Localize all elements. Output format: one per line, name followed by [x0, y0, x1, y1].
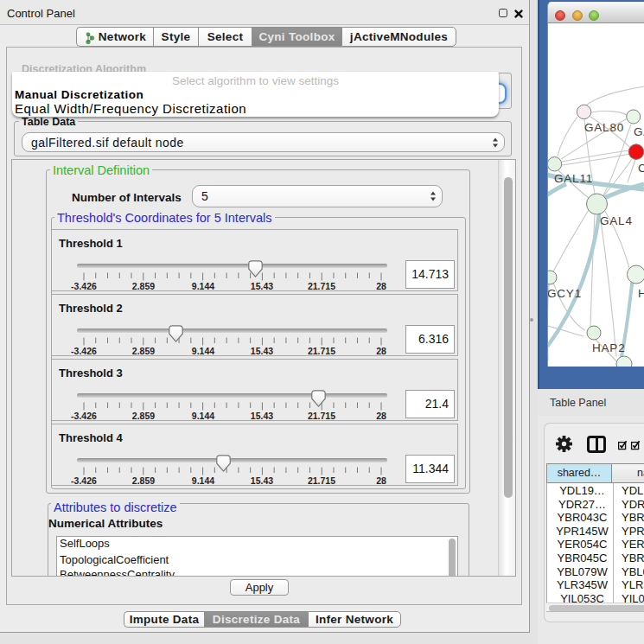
svg-text:GA: GA	[634, 125, 644, 138]
svg-text:C: C	[638, 162, 644, 175]
svg-text:GCY1: GCY1	[548, 287, 582, 300]
svg-text:GAL11: GAL11	[554, 172, 593, 185]
svg-text:GAL4: GAL4	[600, 214, 633, 227]
svg-text:H: H	[638, 287, 644, 300]
svg-text:GAL80: GAL80	[584, 121, 624, 134]
svg-text:HAP2: HAP2	[592, 341, 625, 354]
